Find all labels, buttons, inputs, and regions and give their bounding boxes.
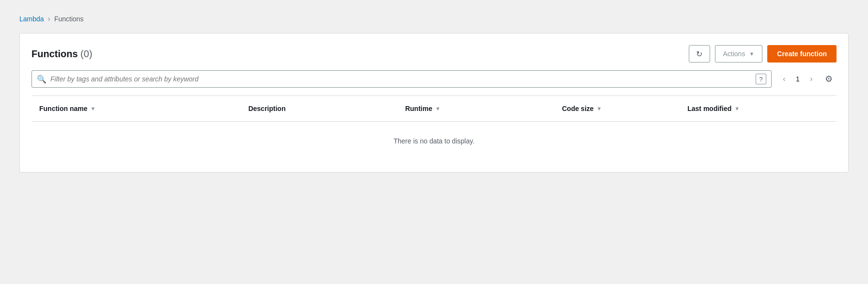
sort-icon-last-modified: ▼ (734, 106, 740, 111)
table-settings-button[interactable]: ⚙ (821, 71, 837, 87)
header-actions: ↻ Actions ▼ Create function (689, 45, 837, 63)
functions-panel: Functions (0) ↻ Actions ▼ Create functio… (19, 33, 849, 173)
create-function-button[interactable]: Create function (767, 45, 837, 63)
breadcrumb-separator: › (48, 15, 50, 23)
panel-title: Functions (0) (31, 48, 93, 60)
panel-header: Functions (0) ↻ Actions ▼ Create functio… (31, 45, 837, 63)
sort-icon-runtime: ▼ (435, 106, 440, 111)
sort-icon-function-name: ▼ (91, 106, 96, 111)
refresh-icon: ↻ (696, 49, 702, 59)
table-container: Function name ▼ Description Runtime ▼ Co… (31, 95, 837, 160)
col-header-runtime[interactable]: Runtime ▼ (397, 101, 554, 116)
col-header-last-modified[interactable]: Last modified ▼ (680, 101, 837, 116)
actions-button[interactable]: Actions ▼ (715, 45, 763, 63)
pagination-controls: ‹ 1 › ⚙ (777, 71, 837, 87)
refresh-button[interactable]: ↻ (689, 45, 710, 63)
breadcrumb: Lambda › Functions (19, 15, 849, 23)
pagination-prev-button[interactable]: ‹ (777, 72, 791, 86)
pagination-next-button[interactable]: › (805, 72, 818, 86)
search-bar-row: 🔍 ? ‹ 1 › ⚙ (31, 70, 837, 88)
chevron-left-icon: ‹ (783, 75, 785, 83)
table-header: Function name ▼ Description Runtime ▼ Co… (31, 96, 837, 122)
pagination-page: 1 (794, 75, 802, 83)
search-input-wrapper[interactable]: 🔍 ? (31, 70, 772, 88)
search-icon: 🔍 (37, 75, 46, 84)
col-header-function-name[interactable]: Function name ▼ (31, 101, 241, 116)
table-empty-message: There is no data to display. (31, 122, 837, 160)
col-header-code-size[interactable]: Code size ▼ (554, 101, 680, 116)
page-wrapper: Lambda › Functions Functions (0) ↻ Actio… (19, 15, 849, 173)
chevron-right-icon: › (810, 75, 812, 83)
actions-chevron-icon: ▼ (749, 51, 754, 57)
panel-count: (0) (80, 48, 92, 59)
search-help-icon[interactable]: ? (756, 74, 766, 84)
breadcrumb-current: Functions (54, 15, 84, 23)
col-header-description[interactable]: Description (241, 101, 398, 116)
search-input[interactable] (50, 75, 752, 83)
sort-icon-code-size: ▼ (597, 106, 602, 111)
gear-icon: ⚙ (825, 74, 833, 84)
actions-label: Actions (723, 50, 745, 58)
breadcrumb-lambda-link[interactable]: Lambda (19, 15, 44, 23)
